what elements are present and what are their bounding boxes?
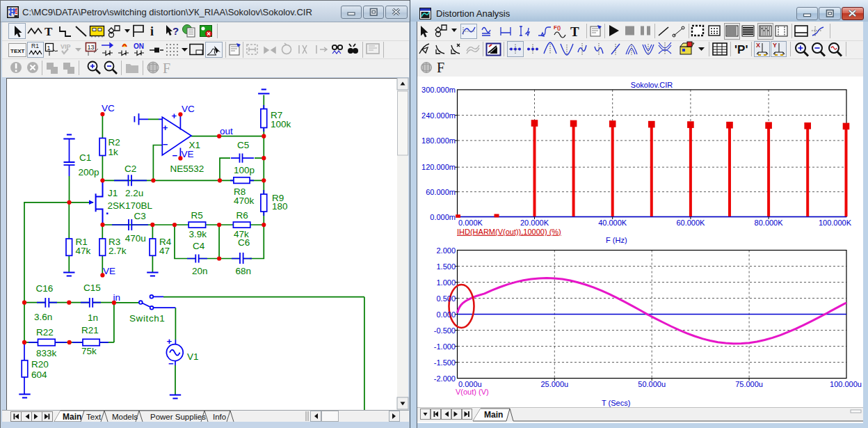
svg-text:+: +: [163, 122, 168, 133]
svg-text:604: 604: [31, 370, 47, 380]
svg-text:0.000K: 0.000K: [458, 219, 483, 227]
svg-text:NE5532: NE5532: [170, 164, 204, 174]
svg-text:100k: 100k: [271, 119, 291, 129]
svg-text:V1: V1: [187, 351, 199, 362]
svg-text:−: −: [172, 150, 178, 161]
svg-text:VE: VE: [182, 149, 194, 159]
svg-text:2.2u: 2.2u: [125, 188, 143, 198]
svg-text:470k: 470k: [234, 196, 255, 206]
svg-text:0.000: 0.000: [436, 310, 456, 319]
svg-text:80.000K: 80.000K: [755, 219, 784, 227]
svg-text:C1: C1: [79, 152, 91, 163]
svg-text:?: ?: [172, 25, 179, 37]
svg-text:2SK170BL: 2SK170BL: [108, 200, 153, 211]
svg-text:0.000m: 0.000m: [430, 213, 456, 221]
svg-text:2.000: 2.000: [436, 246, 456, 255]
svg-text:C2: C2: [124, 164, 136, 174]
svg-text:1.500: 1.500: [436, 262, 456, 271]
svg-text:+: +: [167, 336, 172, 347]
svg-text:60.000m: 60.000m: [426, 188, 456, 196]
svg-text:20n: 20n: [192, 266, 208, 276]
svg-text:Info: Info: [213, 413, 226, 421]
svg-text:VC: VC: [182, 104, 195, 114]
svg-text:47k: 47k: [76, 246, 91, 256]
svg-text:F (Hz): F (Hz): [606, 236, 627, 244]
svg-text:100.000K: 100.000K: [819, 219, 852, 227]
svg-text:Power Supplies: Power Supplies: [150, 413, 206, 421]
svg-text:C15: C15: [83, 283, 101, 293]
svg-text:3.9k: 3.9k: [189, 229, 207, 239]
svg-text:Sokolov.CIR: Sokolov.CIR: [631, 81, 673, 89]
svg-text:120.000m: 120.000m: [421, 163, 456, 171]
svg-text:VE: VE: [103, 266, 115, 276]
svg-text:47: 47: [159, 246, 170, 256]
svg-text:180: 180: [272, 201, 288, 212]
svg-text:R21: R21: [81, 325, 99, 335]
svg-text:200p: 200p: [79, 167, 99, 177]
svg-text:100.000u: 100.000u: [830, 380, 862, 388]
svg-text:VIP: VIP: [61, 43, 71, 50]
svg-text:-1.000: -1.000: [434, 342, 456, 351]
svg-text:F: F: [163, 61, 170, 76]
svg-text:R2: R2: [108, 137, 120, 148]
svg-text:ON: ON: [134, 42, 144, 50]
svg-text:0.500: 0.500: [436, 294, 456, 303]
svg-text:13: 13: [88, 44, 95, 51]
svg-text:C5: C5: [237, 140, 249, 150]
svg-text:1: 1: [47, 45, 51, 51]
svg-text:F(): F(): [554, 24, 561, 31]
svg-text:T: T: [570, 24, 579, 39]
svg-text:100p: 100p: [234, 165, 255, 175]
svg-text:C6: C6: [238, 237, 250, 248]
svg-text:T (Secs): T (Secs): [602, 399, 630, 407]
svg-text:60.000K: 60.000K: [676, 219, 705, 227]
svg-text:J1: J1: [108, 188, 118, 198]
svg-text:R20: R20: [31, 359, 49, 370]
svg-text:3.6n: 3.6n: [34, 312, 52, 322]
svg-text:VC: VC: [102, 103, 115, 113]
svg-text:Models: Models: [112, 413, 138, 421]
svg-text:40.000K: 40.000K: [598, 219, 627, 227]
svg-text:25.000u: 25.000u: [540, 380, 568, 388]
svg-text:C4: C4: [193, 241, 205, 251]
svg-text:F: F: [437, 60, 444, 75]
svg-text:Main: Main: [63, 412, 81, 422]
svg-text:300.000m: 300.000m: [421, 86, 456, 94]
svg-text:−: −: [163, 139, 168, 150]
svg-text:470u: 470u: [125, 233, 146, 244]
svg-text:75.000u: 75.000u: [735, 380, 763, 388]
svg-text:68n: 68n: [236, 266, 252, 276]
svg-text:X: X: [756, 42, 760, 49]
svg-text:+: +: [172, 111, 177, 121]
svg-text:Main: Main: [484, 410, 503, 420]
svg-text:C3: C3: [134, 211, 146, 221]
svg-text:2.7k: 2.7k: [108, 246, 127, 256]
svg-text:1.000: 1.000: [436, 278, 456, 287]
svg-text:R6: R6: [236, 210, 248, 221]
svg-text:TEXT: TEXT: [10, 48, 25, 54]
svg-text:-1.500: -1.500: [434, 358, 456, 367]
svg-text:'P': 'P': [734, 43, 748, 56]
svg-text:1k: 1k: [108, 147, 119, 157]
svg-text:Text: Text: [86, 413, 102, 421]
svg-text:C16: C16: [36, 283, 54, 294]
svg-text:240.000m: 240.000m: [421, 111, 456, 120]
svg-text:50.000u: 50.000u: [638, 380, 666, 388]
svg-text:Switch1: Switch1: [129, 313, 165, 324]
svg-text:V(out) (V): V(out) (V): [456, 388, 489, 396]
svg-text:833k: 833k: [36, 348, 57, 358]
svg-text:i: i: [150, 24, 154, 38]
svg-text:R22: R22: [36, 327, 54, 338]
svg-text:180.000m: 180.000m: [421, 136, 456, 145]
svg-text:-0.500: -0.500: [434, 326, 456, 335]
svg-text:out: out: [220, 126, 233, 136]
svg-text:−: −: [168, 358, 174, 369]
svg-text:T: T: [45, 25, 53, 38]
svg-text:R1: R1: [31, 42, 39, 49]
svg-text:20.000K: 20.000K: [520, 219, 549, 227]
svg-text:in: in: [113, 292, 121, 303]
svg-text:1n: 1n: [88, 312, 98, 323]
svg-text:Y: Y: [773, 42, 777, 49]
svg-text:-2.000: -2.000: [434, 374, 456, 383]
svg-text:R5: R5: [191, 210, 203, 221]
